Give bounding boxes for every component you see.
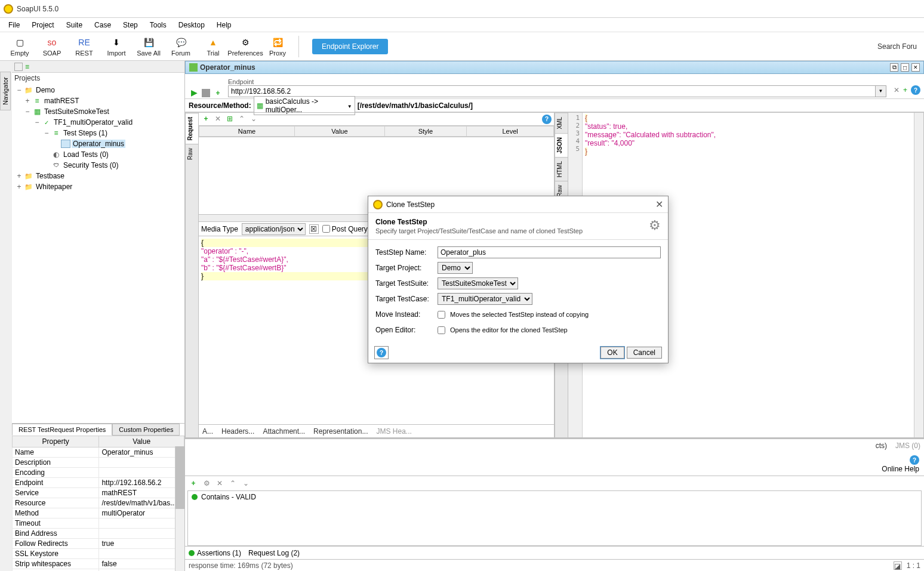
target-case-select[interactable]: TF1_multiOperator_valid	[438, 293, 532, 305]
property-row[interactable]: SSL Keystore	[13, 549, 184, 559]
bt-headers[interactable]: Headers...	[221, 427, 254, 436]
props-tab-custom[interactable]: Custom Properties	[112, 424, 180, 436]
rest-button[interactable]: REREST	[68, 33, 100, 60]
remove-param-button[interactable]	[213, 115, 223, 124]
status-icon[interactable]: ◪	[894, 561, 902, 570]
navigator-side-tab[interactable]: Navigator	[0, 72, 11, 110]
run-button[interactable]: ▶	[189, 88, 199, 97]
property-row[interactable]: NameOperator_minus	[13, 447, 184, 458]
stop-button[interactable]	[202, 89, 210, 97]
response-scrollbar[interactable]	[914, 113, 923, 437]
tree-testcase[interactable]: −TF1_multiOperator_valid	[13, 117, 183, 128]
menu-tools[interactable]: Tools	[144, 20, 173, 30]
tree-step-operator-minus[interactable]: Operator_minus	[13, 138, 183, 149]
add-assertion-button[interactable]	[189, 479, 198, 487]
ok-button[interactable]: OK	[600, 347, 624, 359]
saveall-button[interactable]: 💾Save All	[133, 33, 165, 60]
teststep-name-input[interactable]	[438, 246, 661, 258]
property-row[interactable]: Bind Address	[13, 529, 184, 539]
response-tab-json[interactable]: JSON	[555, 133, 568, 157]
menu-step[interactable]: Step	[117, 20, 144, 30]
add-button[interactable]: +	[212, 89, 223, 97]
restore-icon[interactable]: ⧉	[890, 63, 898, 72]
menu-project[interactable]: Project	[26, 20, 60, 30]
endpoint-dropdown[interactable]	[876, 85, 886, 97]
req-icon1[interactable]: ✕	[894, 86, 900, 94]
assertion-up-button[interactable]	[228, 479, 238, 487]
param-up-button[interactable]	[237, 115, 247, 124]
forum-button[interactable]: 💬Forum	[165, 33, 197, 60]
bt-auth[interactable]: A...	[202, 427, 213, 436]
close-tab-icon[interactable]	[911, 63, 920, 72]
response-tab-html[interactable]: HTML	[555, 157, 568, 181]
param-down-button[interactable]	[249, 115, 258, 124]
assertion-down-button[interactable]	[241, 479, 251, 487]
dialog-close-button[interactable]: ✕	[655, 199, 663, 210]
tree-testbase[interactable]: +Testbase	[13, 171, 183, 181]
assertion-item[interactable]: Contains - VALID	[188, 491, 921, 503]
req-icon2[interactable]: +	[903, 86, 907, 94]
property-row[interactable]: Strip whitespacesfalse	[13, 559, 184, 569]
property-row[interactable]: Encoding	[13, 468, 184, 478]
add-param-button[interactable]	[201, 115, 211, 124]
param-help-icon[interactable]: ?	[542, 115, 552, 124]
property-row[interactable]: Remove Empty Contentfalse	[13, 569, 184, 572]
property-row[interactable]: Description	[13, 458, 184, 468]
property-row[interactable]: MethodmultiOperator	[13, 508, 184, 518]
tree-loadtests[interactable]: Load Tests (0)	[13, 149, 183, 160]
props-tab-rest[interactable]: REST TestRequest Properties	[12, 424, 112, 436]
target-project-select[interactable]: Demo	[438, 262, 473, 274]
response-tab-xml[interactable]: XML	[555, 113, 568, 133]
tree-security[interactable]: Security Tests (0)	[13, 160, 183, 171]
nav-tool-icon2[interactable]: ≡	[25, 63, 33, 71]
tree-service[interactable]: +≡mathREST	[13, 95, 183, 106]
config-assertion-button[interactable]	[202, 479, 211, 487]
empty-button[interactable]: ▢Empty	[4, 33, 36, 60]
dialog-help-button[interactable]: ?	[374, 346, 389, 359]
param-icon3[interactable]: ⊞	[225, 115, 235, 124]
bt-repr[interactable]: Representation...	[313, 427, 368, 436]
move-instead-checkbox[interactable]	[438, 311, 445, 319]
requestlog-tab[interactable]: Request Log (2)	[248, 549, 300, 557]
props-scrollbar[interactable]	[175, 446, 184, 571]
bt-attach[interactable]: Attachment...	[263, 427, 305, 436]
menu-desktop[interactable]: Desktop	[173, 20, 211, 30]
media-type-select[interactable]: application/json	[242, 223, 306, 235]
menu-file[interactable]: File	[2, 20, 26, 30]
nav-tool-icon[interactable]	[14, 63, 23, 71]
property-row[interactable]: Follow Redirectstrue	[13, 539, 184, 549]
media-icon[interactable]: ☒	[309, 224, 319, 234]
menu-case[interactable]: Case	[88, 20, 117, 30]
target-suite-select[interactable]: TestSuiteSmokeTest	[438, 277, 518, 289]
menu-suite[interactable]: Suite	[60, 20, 88, 30]
request-tab-request[interactable]: Request	[186, 113, 198, 144]
tree-suite[interactable]: −▦TestSuiteSmokeTest	[13, 106, 183, 117]
tree-steps[interactable]: −≡Test Steps (1)	[13, 128, 183, 138]
trial-button[interactable]: ▲Trial	[197, 33, 229, 60]
request-tab-raw[interactable]: Raw	[186, 144, 198, 163]
assertions-tab[interactable]: Assertions (1)	[189, 549, 241, 557]
online-help-icon[interactable]: ?	[910, 455, 919, 465]
property-row[interactable]: Resource/rest/dev/math/v1/bas...	[13, 498, 184, 508]
import-button[interactable]: ⬇Import	[100, 33, 133, 60]
search-forum-link[interactable]: Search Foru	[877, 42, 917, 51]
proxy-button[interactable]: 🔁Proxy	[261, 33, 294, 60]
post-query-checkbox[interactable]	[322, 225, 330, 233]
cancel-button[interactable]: Cancel	[627, 347, 662, 359]
bt-jms[interactable]: JMS Hea...	[376, 427, 411, 436]
property-row[interactable]: Timeout	[13, 518, 184, 529]
help-icon[interactable]: ?	[911, 85, 920, 95]
maximize-icon[interactable]: □	[901, 63, 909, 72]
remove-assertion-button[interactable]	[215, 479, 224, 487]
menu-help[interactable]: Help	[211, 20, 238, 30]
open-editor-checkbox[interactable]	[438, 326, 445, 334]
online-help-link[interactable]: Online Help	[882, 465, 919, 473]
bt-resp-suffix[interactable]: cts)	[876, 442, 887, 450]
preferences-button[interactable]: ⚙Preferences	[229, 33, 261, 60]
soap-button[interactable]: soSOAP	[36, 33, 68, 60]
tree-whitepaper[interactable]: +Whitepaper	[13, 181, 183, 192]
endpoint-explorer-button[interactable]: Endpoint Explorer	[312, 39, 388, 54]
tree-project[interactable]: −Demo	[13, 85, 183, 95]
property-row[interactable]: Endpointhttp://192.168.56.2	[13, 478, 184, 488]
property-row[interactable]: ServicemathREST	[13, 488, 184, 498]
